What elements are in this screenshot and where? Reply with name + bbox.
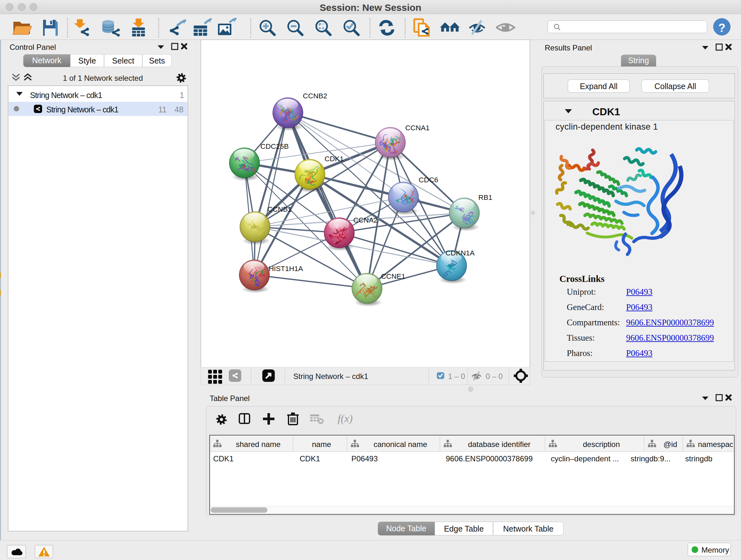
svg-text:CCNB1: CCNB1: [267, 205, 292, 213]
svg-text:CDC25B: CDC25B: [260, 142, 289, 150]
svg-text:CDK1: CDK1: [325, 155, 344, 163]
svg-text:CDC6: CDC6: [419, 176, 438, 184]
svg-text:CCNA2: CCNA2: [353, 216, 378, 224]
svg-text:CCNB2: CCNB2: [303, 92, 327, 100]
svg-text:HIST1H1A: HIST1H1A: [269, 265, 303, 273]
svg-text:RB1: RB1: [478, 193, 492, 201]
svg-text:CDKN1A: CDKN1A: [446, 249, 475, 257]
svg-text:CCNE1: CCNE1: [381, 272, 405, 280]
svg-text:CCNA1: CCNA1: [405, 124, 429, 132]
